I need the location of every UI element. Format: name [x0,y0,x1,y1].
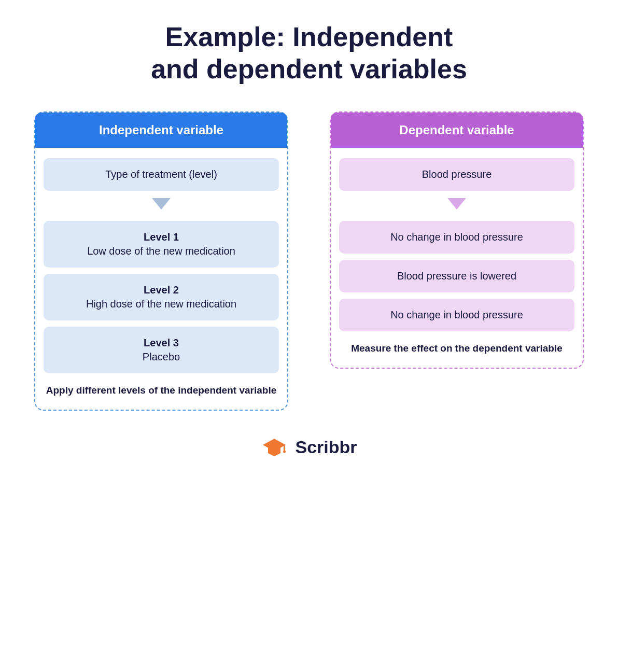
diagram: Independent variable Type of treatment (… [34,111,584,411]
outcome-3-box: No change in blood pressure [339,299,574,331]
outcome-2-box: Blood pressure is lowered [339,260,574,292]
diagram-wrapper: Independent variable Type of treatment (… [34,111,584,411]
right-column: Dependent variable Blood pressure No cha… [330,111,584,369]
level-1-box: Level 1 Low dose of the new medication [44,221,279,268]
left-column: Independent variable Type of treatment (… [34,111,288,411]
right-sub-header: Blood pressure [339,158,574,191]
right-arrow-down [447,198,466,209]
outcome-1-box: No change in blood pressure [339,221,574,254]
level-3-box: Level 3 Placebo [44,327,279,373]
left-arrow-down [152,198,171,209]
level-2-box: Level 2 High dose of the new medication [44,274,279,320]
right-footer: Measure the effect on the dependent vari… [351,342,563,356]
left-footer: Apply different levels of the independen… [46,384,276,398]
scribbr-logo [261,433,288,460]
left-sub-header: Type of treatment (level) [44,158,279,191]
brand-name: Scribbr [295,437,357,457]
page-title: Example: Independent and dependent varia… [151,21,467,86]
independent-variable-header: Independent variable [35,113,287,148]
dependent-variable-header: Dependent variable [331,113,583,148]
svg-point-13 [283,451,286,453]
svg-rect-12 [284,445,285,451]
brand: Scribbr [261,433,357,460]
